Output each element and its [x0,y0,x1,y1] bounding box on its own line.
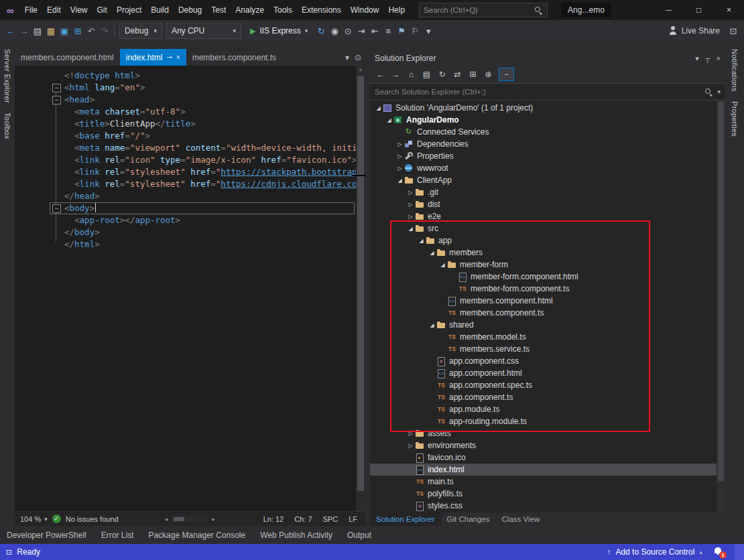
se-sync-with-active-document-icon[interactable]: ⇄ [452,68,462,80]
tree-collapse-icon[interactable]: ◢ [417,238,426,244]
scroll-right-icon[interactable]: ▸ [212,516,215,522]
se-properties-icon[interactable]: ⊕ [483,68,493,80]
menu-help[interactable]: Help [383,5,410,15]
tree-vertical-scrollbar[interactable] [717,100,725,512]
send-feedback-icon[interactable]: ⊡ [727,23,740,38]
se-preview-selected-items-icon[interactable]: − [499,68,514,81]
tree-item-environments[interactable]: ▷environments [370,439,725,451]
tree-item-clientapp[interactable]: ◢ClientApp [370,174,725,186]
breakpoints-window-icon[interactable]: ⊙ [341,23,355,38]
tree-item-solution-angulardemo-1-of-1-project[interactable]: ◢Solution 'AngularDemo' (1 of 1 project) [370,102,725,114]
menu-test[interactable]: Test [206,5,231,15]
horizontal-scrollbar-thumb[interactable] [174,517,184,521]
solution-explorer-search-box[interactable]: Search Solution Explorer (Ctrl+;) ▾ [370,84,725,100]
tree-item-members-component-html[interactable]: members.component.html [370,295,725,307]
se-nesting-options-icon[interactable]: ⊞ [468,68,478,80]
fold-marker-icon[interactable]: − [52,84,61,92]
tree-item-app-component-html[interactable]: app.component.html [370,367,725,379]
undo-icon[interactable]: ↶ [84,23,98,38]
editor-vertical-scrollbar[interactable] [356,66,365,511]
code-line-6[interactable]: <base href="/"> [15,130,365,142]
se-back-icon[interactable]: ← [375,68,385,80]
menu-analyze[interactable]: Analyze [231,5,269,15]
code-line-2[interactable]: −<html lang="en"> [15,82,365,94]
menu-window[interactable]: Window [346,5,384,15]
tree-item-main-ts[interactable]: main.ts [370,476,725,488]
editor-split-handle[interactable]: ≡ [356,66,365,74]
code-line-3[interactable]: −<head> [15,94,365,106]
tree-item-member-form-component-ts[interactable]: member-form.component.ts [370,283,725,295]
tree-item-git[interactable]: ▷.git [370,186,725,198]
pin-icon[interactable]: ⊸ [166,54,172,61]
notifications-button[interactable]: 1 [712,547,725,557]
chevron-down-icon[interactable]: ▾ [695,54,699,63]
new-file-icon[interactable]: ▤ [31,23,44,38]
tree-item-connected-services[interactable]: Connected Services [370,126,725,138]
menu-git[interactable]: Git [92,5,112,15]
tree-item-polyfills-ts[interactable]: polyfills.ts [370,488,725,500]
tree-expand-icon[interactable]: ▷ [406,202,415,208]
code-line-7[interactable]: <meta name="viewport" content="width=dev… [15,142,365,154]
no-issues-icon[interactable]: ✓ [52,514,61,523]
live-share-button[interactable]: Live Share [668,26,720,36]
solution-name-label[interactable]: Ang...emo [561,3,611,17]
tree-item-assets[interactable]: ▷assets [370,427,725,439]
tree-expand-icon[interactable]: ▷ [406,431,415,437]
maximize-button[interactable]: □ [684,0,714,20]
redo-icon[interactable]: ↷ [98,23,111,38]
tree-item-member-form[interactable]: ◢member-form [370,259,725,271]
menu-build[interactable]: Build [146,5,174,15]
code-line-5[interactable]: <title>ClientApp</title> [15,118,365,130]
tree-collapse-icon[interactable]: ◢ [395,178,404,184]
previous-bookmark-icon[interactable]: ⚐ [408,23,422,38]
menu-project[interactable]: Project [112,5,146,15]
tree-item-styles-css[interactable]: styles.css [370,500,725,512]
tree-expand-icon[interactable]: ▷ [395,141,404,147]
tree-collapse-icon[interactable]: ◢ [428,250,436,256]
bottom-tab-web-publish-activity[interactable]: Web Publish Activity [260,531,332,540]
side-tab-toolbox[interactable]: Toolbox [3,113,11,139]
start-debugging-button[interactable]: ▶ IIS Express ▾ [245,23,312,38]
side-tab-notifications[interactable]: Notifications [731,49,739,92]
code-line-13[interactable]: <app-root></app-root> [15,214,365,226]
side-tab-server-explorer[interactable]: Server Explorer [3,49,11,103]
bottom-tab-output[interactable]: Output [347,531,371,540]
code-line-12[interactable]: −<body> [15,202,365,214]
tree-item-app-routing-module-ts[interactable]: app-routing.module.ts [370,415,725,427]
tree-item-favicon-ico[interactable]: favicon.ico [370,451,725,464]
menu-debug[interactable]: Debug [174,5,206,15]
minimize-button[interactable]: ─ [654,0,684,20]
tree-item-wwwroot[interactable]: ▷wwwroot [370,162,725,174]
menu-tools[interactable]: Tools [269,5,297,15]
code-line-11[interactable]: </head> [15,190,365,202]
code-line-15[interactable]: </html> [15,238,365,251]
code-line-1[interactable]: <!doctype html> [15,70,365,82]
tool-tab-git-changes[interactable]: Git Changes [441,512,496,526]
tree-collapse-icon[interactable]: ◢ [385,117,393,123]
code-line-14[interactable]: </body> [15,226,365,238]
bottom-tab-developer-powershell[interactable]: Developer PowerShell [7,531,86,540]
se-forward-icon[interactable]: → [391,68,401,80]
tree-expand-icon[interactable]: ▷ [395,165,404,171]
outdent-icon[interactable]: ⇤ [368,23,381,38]
active-files-chevron-icon[interactable]: ▾ [345,53,349,62]
pin-icon[interactable]: ┬ [705,54,710,63]
bottom-tab-package-manager-console[interactable]: Package Manager Console [148,531,245,540]
fold-marker-icon[interactable]: − [52,204,61,213]
se-refresh-icon[interactable]: ↻ [437,68,447,80]
tree-item-angulardemo[interactable]: ◢AngularDemo [370,114,725,126]
tree-item-shared[interactable]: ◢shared [370,319,725,331]
tree-item-app[interactable]: ◢app [370,234,725,247]
tree-collapse-icon[interactable]: ◢ [438,262,447,268]
tree-item-members-model-ts[interactable]: members.model.ts [370,331,725,343]
tree-collapse-icon[interactable]: ◢ [406,226,415,232]
side-tab-properties[interactable]: Properties [731,101,739,137]
tree-item-index-html[interactable]: index.html [370,464,725,476]
scroll-left-icon[interactable]: ◂ [165,516,168,522]
panel-splitter[interactable] [365,42,370,526]
scrollbar-thumb[interactable] [718,102,724,481]
menu-extensions[interactable]: Extensions [297,5,346,15]
tree-item-app-component-ts[interactable]: app.component.ts [370,391,725,403]
tree-item-app-component-spec-ts[interactable]: app.component.spec.ts [370,379,725,391]
menu-view[interactable]: View [66,5,92,15]
